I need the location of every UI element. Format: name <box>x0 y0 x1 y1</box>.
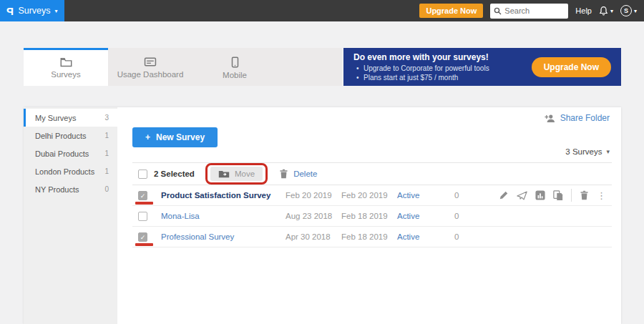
survey-name-link[interactable]: Professional Survey <box>154 232 286 241</box>
row-delete-button[interactable] <box>580 190 589 200</box>
folder-label: Dubai Products <box>35 149 89 158</box>
share-folder-button[interactable]: Share Folder <box>545 113 610 123</box>
folder-icon <box>60 57 72 67</box>
send-button[interactable] <box>517 191 527 200</box>
table-toolbar: 2 Selected Move Delete <box>132 162 612 185</box>
status-link[interactable]: Active <box>397 232 454 241</box>
folder-label: NY Products <box>35 185 79 194</box>
responses-count: 0 <box>454 191 499 200</box>
pencil-icon <box>499 190 509 200</box>
tab-strip: Surveys Usage Dashboard Mobile <box>24 48 342 86</box>
sidebar-item-delhi-products[interactable]: Delhi Products 1 <box>24 127 117 144</box>
bell-icon <box>599 6 608 16</box>
notifications-menu[interactable]: ▾ <box>599 6 613 16</box>
mobile-icon <box>231 57 239 68</box>
responses-count: 0 <box>454 212 499 220</box>
promo-bullet-list: Upgrade to Corporate for powerful tools … <box>353 64 532 82</box>
status-link[interactable]: Active <box>397 212 454 220</box>
created-date: Feb 20 2019 <box>286 191 341 200</box>
account-menu[interactable]: S ▾ <box>620 5 637 16</box>
trash-icon <box>279 169 288 179</box>
row-checkbox[interactable]: ✓ <box>138 232 147 242</box>
modified-date: Feb 20 2019 <box>341 191 397 200</box>
surveys-count-dropdown[interactable]: 3 Surveys ▾ <box>565 147 610 156</box>
search-input[interactable] <box>504 6 562 15</box>
table-row: ✓ Product Satisfaction Survey Feb 20 201… <box>132 185 612 206</box>
responses-count: 0 <box>454 232 499 241</box>
status-link[interactable]: Active <box>397 191 454 200</box>
tab-label: Usage Dashboard <box>117 70 184 79</box>
table-row: Mona-Lisa Aug 23 2018 Feb 18 2019 Active… <box>132 206 612 227</box>
paper-plane-icon <box>517 191 527 200</box>
promo-bullet: Upgrade to Corporate for powerful tools <box>353 64 532 73</box>
help-link[interactable]: Help <box>575 6 592 15</box>
table-row: ✓ Professional Survey Apr 30 2018 Feb 18… <box>132 227 612 247</box>
bar-chart-icon <box>535 190 545 200</box>
new-survey-button[interactable]: + New Survey <box>132 127 218 147</box>
share-folder-label: Share Folder <box>560 113 610 123</box>
delete-button[interactable]: Delete <box>279 169 317 179</box>
avatar: S <box>620 5 632 16</box>
tab-label: Mobile <box>223 71 247 79</box>
row-checkbox[interactable] <box>138 212 147 221</box>
red-annotation-box: Move <box>205 163 268 185</box>
folders-sidebar: My Surveys 3 Delhi Products 1 Dubai Prod… <box>24 107 117 324</box>
surveys-content: Share Folder + New Survey 3 Surveys ▾ 2 … <box>117 107 621 324</box>
chevron-down-icon: ▾ <box>610 8 613 14</box>
duplicate-button[interactable] <box>553 190 563 201</box>
delete-label: Delete <box>293 170 317 178</box>
created-date: Aug 23 2018 <box>286 212 341 220</box>
tab-label: Surveys <box>51 70 81 79</box>
search-box[interactable] <box>490 4 568 19</box>
folder-count: 0 <box>104 185 109 193</box>
plus-icon: + <box>145 132 150 142</box>
promo-bullet: Plans start at just $75 / month <box>353 73 532 82</box>
row-checkbox-cell: ✓ <box>132 227 154 247</box>
move-button[interactable]: Move <box>210 167 263 181</box>
banner-upgrade-button[interactable]: Upgrade Now <box>532 57 611 77</box>
tab-mobile[interactable]: Mobile <box>192 48 277 86</box>
modified-date: Feb 18 2019 <box>341 232 397 241</box>
folder-count: 1 <box>104 149 109 157</box>
survey-name-link[interactable]: Mona-Lisa <box>154 212 286 220</box>
selected-count-label: 2 Selected <box>154 170 205 178</box>
trash-icon <box>580 190 589 200</box>
app-switcher[interactable]: P Surveys ▾ <box>0 0 64 21</box>
folder-count: 1 <box>104 167 109 175</box>
add-user-icon <box>545 114 556 123</box>
survey-name-link[interactable]: Product Satisfaction Survey <box>154 191 286 200</box>
folder-label: London Products <box>35 167 94 176</box>
reports-button[interactable] <box>535 190 545 200</box>
folder-label: My Surveys <box>35 114 76 122</box>
tabstrip-filler <box>277 48 342 86</box>
sidebar-item-london-products[interactable]: London Products 1 <box>24 162 117 180</box>
red-underline-annotation <box>135 202 153 205</box>
chevron-down-icon: ▾ <box>634 8 637 14</box>
select-all-checkbox[interactable] <box>138 170 147 179</box>
app-menu-label: Surveys <box>18 6 50 16</box>
upgrade-now-button[interactable]: Upgrade Now <box>419 4 483 18</box>
row-checkbox[interactable]: ✓ <box>138 191 147 200</box>
sidebar-item-ny-products[interactable]: NY Products 0 <box>24 180 117 198</box>
more-options-button[interactable]: ⋮ <box>597 191 606 200</box>
sidebar-item-my-surveys[interactable]: My Surveys 3 <box>24 109 117 127</box>
sidebar-item-dubai-products[interactable]: Dubai Products 1 <box>24 144 117 162</box>
tab-usage-dashboard[interactable]: Usage Dashboard <box>108 48 192 86</box>
row-checkbox-cell <box>132 206 154 226</box>
select-all-cell <box>132 163 154 185</box>
move-label: Move <box>235 170 255 178</box>
edit-button[interactable] <box>499 190 509 200</box>
modified-date: Feb 18 2019 <box>341 212 397 220</box>
topbar: P Surveys ▾ Upgrade Now Help ▾ S ▾ <box>0 0 644 21</box>
chevron-down-icon: ▾ <box>606 148 610 155</box>
new-survey-label: New Survey <box>156 132 205 142</box>
actions-divider <box>571 189 572 202</box>
row-checkbox-cell: ✓ <box>132 185 154 205</box>
surveys-count-label: 3 Surveys <box>565 147 602 156</box>
created-date: Apr 30 2018 <box>286 232 341 241</box>
row-actions: ⋮ <box>499 189 612 202</box>
copy-icon <box>553 190 563 201</box>
move-to-folder-icon <box>218 170 230 178</box>
chevron-down-icon: ▾ <box>55 8 58 14</box>
tab-surveys[interactable]: Surveys <box>24 48 108 86</box>
